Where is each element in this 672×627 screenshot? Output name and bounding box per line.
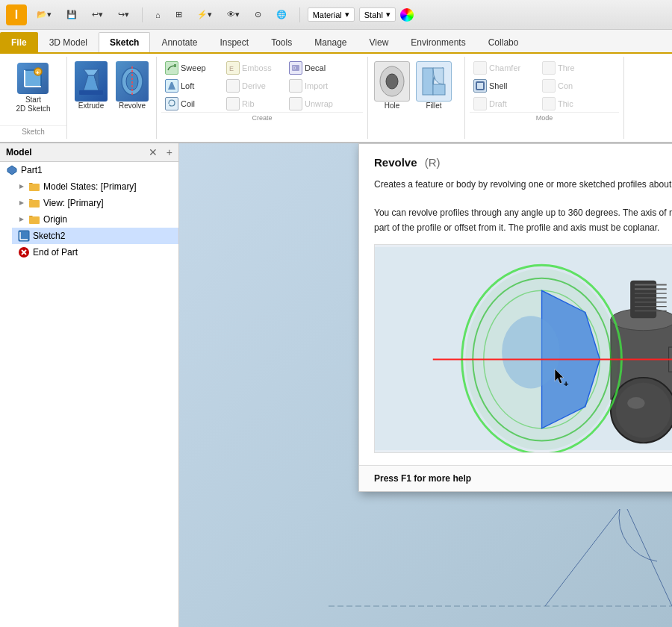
chamfer-label: Chamfer — [489, 63, 520, 72]
tree-item-origin[interactable]: Origin — [12, 211, 178, 228]
svg-point-59 — [502, 316, 560, 388]
color-wheel-icon[interactable] — [400, 8, 414, 22]
tab-file[interactable]: File — [0, 32, 38, 52]
sidebar: Model ✕ + Part1 Model States: [Primary] … — [0, 143, 179, 627]
svg-rect-26 — [29, 200, 40, 208]
decal-label: Decal — [305, 63, 326, 72]
shell-icon — [473, 79, 487, 93]
hole-label: Hole — [385, 102, 400, 110]
svg-point-18 — [386, 74, 398, 89]
coil-label: Coil — [181, 99, 195, 108]
tree-item-view[interactable]: View: [Primary] — [12, 195, 178, 211]
thre-button[interactable]: Thre — [538, 60, 591, 76]
view-button[interactable]: 👁▾ — [222, 7, 245, 22]
tree-item-part1[interactable]: Part1 — [0, 162, 178, 178]
sidebar-title: Model — [6, 147, 32, 157]
derive-icon — [226, 79, 240, 93]
nav-button[interactable]: ⊙ — [249, 7, 267, 22]
extrude-revolve-group: Extrude Revolve — [67, 57, 157, 139]
redo-button[interactable]: ↪▾ — [113, 7, 134, 22]
sidebar-header: Model ✕ + — [0, 143, 178, 162]
rib-button[interactable]: Rib — [223, 96, 284, 112]
tree-item-model-states[interactable]: Model States: [Primary] — [12, 178, 178, 195]
coil-icon — [165, 97, 178, 110]
globe-button[interactable]: 🌐 — [271, 7, 292, 22]
error-icon — [18, 246, 30, 258]
tree-item-end-of-part[interactable]: End of Part — [12, 244, 178, 261]
svg-point-45 — [616, 382, 671, 437]
tab-sketch[interactable]: Sketch — [99, 32, 150, 52]
loft-icon — [165, 79, 178, 93]
tooltip-body: Creates a feature or body by revolving o… — [374, 178, 672, 235]
loft-label: Loft — [181, 81, 194, 90]
material-selector[interactable]: Material ▾ — [308, 7, 355, 22]
material-name-field[interactable]: Stahl ▾ — [359, 7, 396, 22]
con-button[interactable]: Con — [538, 78, 591, 94]
revolve-svg: + — [375, 245, 672, 452]
svg-marker-22 — [7, 166, 16, 175]
rib-icon — [226, 97, 240, 110]
tab-view[interactable]: View — [358, 32, 400, 52]
svg-rect-28 — [29, 216, 40, 224]
tab-3dmodel[interactable]: 3D Model — [38, 32, 99, 52]
svg-marker-23 — [19, 184, 24, 189]
coil-button[interactable]: Coil — [161, 96, 221, 112]
tab-tools[interactable]: Tools — [260, 32, 303, 52]
separator — [142, 7, 143, 22]
draft-button[interactable]: Draft — [470, 96, 537, 112]
thic-button[interactable]: Thic — [538, 96, 591, 112]
open-button[interactable]: 📂▾ — [31, 7, 57, 22]
svg-text:E: E — [229, 65, 234, 72]
svg-rect-19 — [423, 68, 433, 95]
tree-item-sketch2[interactable]: Sketch2 — [12, 228, 178, 244]
hole-button[interactable]: Hole — [373, 60, 411, 136]
ribbon-tabs: File 3D Model Sketch Annotate Inspect To… — [0, 30, 672, 54]
tab-inspect[interactable]: Inspect — [208, 32, 260, 52]
layout-button[interactable]: ⊞ — [170, 7, 187, 22]
svg-rect-21 — [476, 82, 484, 90]
sidebar-add-button[interactable]: + — [167, 146, 172, 158]
tab-collabo[interactable]: Collabo — [477, 32, 530, 52]
sweep-button[interactable]: Sweep — [161, 60, 221, 76]
fillet-icon — [416, 61, 452, 102]
extrude-label: Extrude — [78, 102, 104, 110]
expand-icon3 — [18, 216, 25, 223]
revolve-button[interactable]: Revolve — [113, 60, 152, 111]
chamfer-button[interactable]: Chamfer — [470, 60, 537, 76]
part-icon — [6, 164, 18, 176]
thre-icon — [542, 61, 556, 75]
lightning-button[interactable]: ⚡▾ — [192, 7, 217, 22]
unwrap-button[interactable]: Unwrap — [285, 96, 345, 112]
save-button[interactable]: 💾 — [61, 7, 82, 22]
emboss-button[interactable]: E Emboss — [223, 60, 284, 76]
canvas-area: 15 deg Revolve (R) Creates a feature or … — [179, 143, 672, 627]
fillet-button[interactable]: Fillet — [414, 60, 453, 136]
tab-environments[interactable]: Environments — [399, 32, 476, 52]
rib-label: Rib — [242, 99, 255, 108]
title-bar: I 📂▾ 💾 ↩▾ ↪▾ ⌂ ⊞ ⚡▾ 👁▾ ⊙ 🌐 Material ▾ St… — [0, 0, 672, 30]
decal-button[interactable]: D Decal — [285, 60, 345, 76]
import-icon — [289, 79, 302, 93]
tab-annotate[interactable]: Annotate — [150, 32, 208, 52]
ribbon-panel: + Start2D Sketch Sketch Extrude Revolve — [0, 54, 672, 143]
extrude-button[interactable]: Extrude — [72, 60, 111, 111]
import-button[interactable]: Import — [285, 78, 345, 94]
app-icon: I — [6, 4, 27, 25]
tab-manage[interactable]: Manage — [303, 32, 358, 52]
emboss-label: Emboss — [242, 63, 272, 72]
loft-button[interactable]: Loft — [161, 78, 221, 94]
home-button[interactable]: ⌂ — [150, 8, 166, 22]
start-2d-sketch-button[interactable]: + Start2D Sketch — [13, 60, 53, 116]
sketch-icon2 — [18, 230, 30, 242]
draft-label: Draft — [489, 99, 507, 108]
tooltip-footer: Press F1 for more help — [359, 465, 672, 491]
undo-button[interactable]: ↩▾ — [87, 7, 108, 22]
svg-rect-12 — [174, 64, 176, 67]
svg-text:+: + — [564, 378, 569, 387]
separator2 — [299, 7, 300, 22]
sidebar-close-button[interactable]: ✕ — [149, 146, 158, 158]
derive-button[interactable]: Derive — [223, 78, 284, 94]
shell-button[interactable]: Shell — [470, 78, 537, 94]
hole-icon — [374, 61, 410, 102]
thic-icon — [542, 97, 556, 110]
